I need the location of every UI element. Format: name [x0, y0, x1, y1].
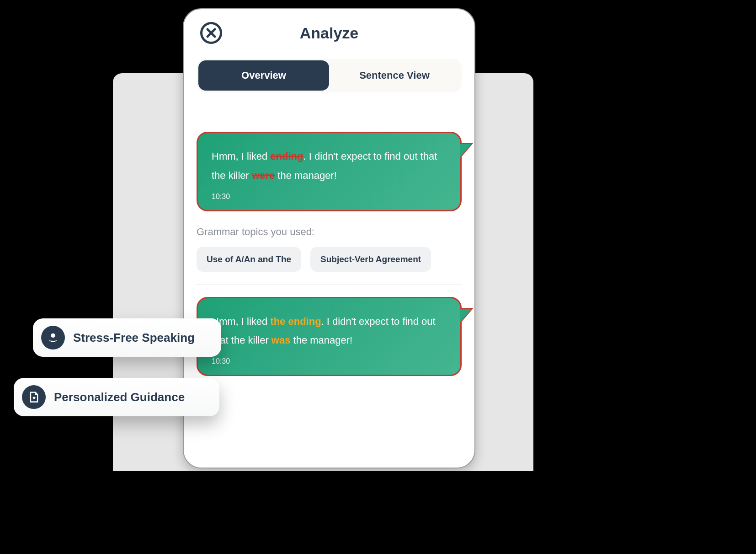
message-bubble-corrected: Hmm, I liked the ending. I didn't expect…	[197, 297, 462, 377]
tab-overview[interactable]: Overview	[198, 60, 329, 91]
correction-word: was	[272, 334, 291, 346]
feature-label: Personalized Guidance	[54, 390, 185, 404]
feature-card-guidance: Personalized Guidance	[14, 378, 219, 416]
panel-header: Analyze	[184, 9, 474, 48]
error-word: were	[252, 170, 275, 181]
error-word: ending	[270, 151, 303, 162]
svg-point-0	[51, 333, 55, 338]
feature-card-speaking: Stress-Free Speaking	[33, 318, 221, 357]
grammar-chips: Use of A/An and The Subject-Verb Agreeme…	[197, 247, 462, 272]
text-segment: the manager!	[290, 334, 352, 346]
message-timestamp: 10:30	[212, 193, 447, 201]
text-segment: Hmm, I liked	[212, 151, 270, 162]
analyze-panel: Analyze Overview Sentence View Hmm, I li…	[183, 8, 475, 468]
feature-label: Stress-Free Speaking	[73, 331, 195, 345]
message-timestamp: 10:30	[212, 357, 447, 366]
page-title: Analyze	[200, 24, 458, 42]
text-segment: the manager!	[275, 170, 337, 181]
document-star-icon	[22, 385, 46, 409]
tab-sentence-view[interactable]: Sentence View	[329, 60, 460, 91]
grammar-topics-label: Grammar topics you used:	[197, 226, 462, 238]
message-bubble-original: Hmm, I liked ending. I didn't expect to …	[197, 132, 462, 211]
message-text: Hmm, I liked the ending. I didn't expect…	[212, 312, 447, 350]
correction-word: the ending	[270, 316, 321, 327]
divider	[197, 285, 462, 285]
tab-bar: Overview Sentence View	[197, 59, 462, 92]
grammar-chip-agreement[interactable]: Subject-Verb Agreement	[310, 247, 431, 272]
grammar-chip-articles[interactable]: Use of A/An and The	[197, 247, 301, 272]
meditation-icon	[41, 326, 65, 350]
message-text: Hmm, I liked ending. I didn't expect to …	[212, 147, 447, 185]
